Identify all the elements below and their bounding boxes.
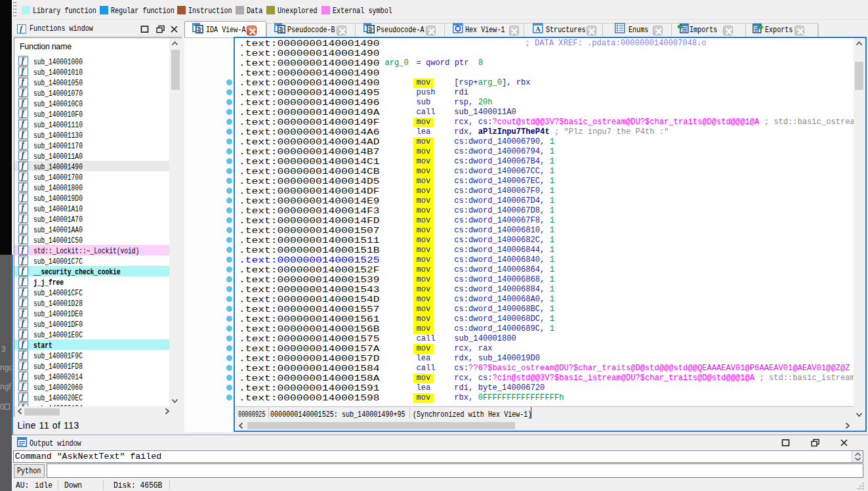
svg-text:A: A	[535, 25, 541, 33]
